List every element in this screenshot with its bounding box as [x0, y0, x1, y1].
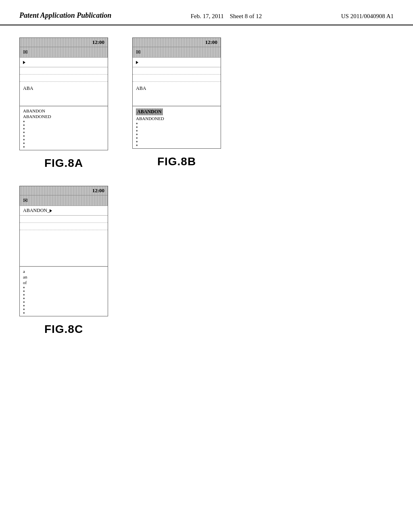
suggestion-dot-8b-3: [136, 129, 217, 132]
suggestion-dot-8c-4: [23, 296, 104, 300]
dotted-row-8c-2: [20, 223, 108, 230]
notif-bar-8b: ✉: [133, 47, 221, 58]
body-area-8c: [20, 230, 108, 266]
publication-title: Patent Application Publication: [19, 11, 111, 20]
figures-row-bottom: 12:00 ✉ ABANDON_ a an: [19, 186, 394, 336]
notif-bar-8a: ✉: [20, 47, 108, 58]
mail-icon-8b: ✉: [136, 49, 141, 56]
suggestion-a-8c: a: [23, 268, 104, 274]
suggestion-dot-8b-1: [136, 121, 217, 125]
suggestion-dot-8a-5: [23, 134, 104, 137]
suggestion-dot-8b-7: [136, 143, 217, 147]
sheet-info: Sheet 8 of 12: [230, 13, 262, 19]
suggestion-abandon-8b: ABANDON: [136, 108, 217, 116]
dotted-row-8b-2: [133, 75, 221, 82]
suggestion-dot-8b-4: [136, 132, 217, 136]
suggestion-abandon-8a: ABANDON: [23, 108, 104, 114]
body-area-8b: ABA: [133, 82, 221, 106]
suggestion-abandoned-8b: ABANDONED: [136, 116, 217, 121]
suggestion-dot-8b-2: [136, 125, 217, 129]
suggestions-8a: ABANDON ABANDONED: [20, 106, 108, 150]
suggestion-dot-8c-6: [23, 303, 104, 307]
suggestion-abandoned-8a: ABANDONED: [23, 114, 104, 119]
suggestions-8b: ABANDON ABANDONED: [133, 106, 221, 148]
suggestion-dot-8a-1: [23, 119, 104, 123]
status-bar-8b: 12:00: [133, 38, 221, 47]
status-bar-8c: 12:00: [20, 186, 108, 195]
suggestion-dot-8c-3: [23, 293, 104, 296]
input-row-8c: ABANDON_: [20, 206, 108, 216]
patent-number: US 2011/0040908 A1: [341, 11, 394, 20]
suggestion-dot-8b-6: [136, 139, 217, 143]
suggestion-dot-8c-2: [23, 289, 104, 293]
suggestion-dot-8b-5: [136, 136, 217, 139]
input-row-8a: [20, 58, 108, 67]
highlighted-abandon: ABANDON: [136, 108, 163, 115]
body-text-8a: ABA: [23, 85, 33, 91]
suggestion-dot-8c-1: [23, 285, 104, 289]
time-8b: 12:00: [205, 39, 217, 45]
time-8c: 12:00: [92, 187, 104, 193]
figure-label-8a: FIG.8A: [44, 157, 83, 170]
input-row-8b: [133, 58, 221, 67]
publication-date: Feb. 17, 2011: [191, 13, 224, 19]
dotted-row-8a-1: [20, 67, 108, 75]
mail-icon-8a: ✉: [23, 49, 28, 56]
suggestion-dot-8a-7: [23, 141, 104, 145]
input-text-8c: ABANDON_: [23, 208, 104, 214]
figures-row-top: 12:00 ✉ ABA ABANDON: [19, 37, 394, 170]
figure-8a-container: 12:00 ✉ ABA ABANDON: [19, 37, 108, 170]
body-text-8b: ABA: [136, 85, 146, 91]
suggestion-of-8c: of: [23, 280, 104, 285]
suggestion-dot-8a-4: [23, 130, 104, 134]
dotted-row-8b-1: [133, 67, 221, 75]
dotted-row-8c-1: [20, 216, 108, 223]
main-content: 12:00 ✉ ABA ABANDON: [0, 25, 413, 348]
phone-mockup-8a: 12:00 ✉ ABA ABANDON: [19, 37, 108, 150]
time-8a: 12:00: [92, 39, 104, 45]
back-icon-8a: [23, 61, 25, 64]
status-bar-8a: 12:00: [20, 38, 108, 47]
figure-8b-container: 12:00 ✉ ABA: [132, 37, 221, 168]
figure-8c-container: 12:00 ✉ ABANDON_ a an: [19, 186, 108, 336]
figure-label-8b: FIG.8B: [157, 155, 196, 168]
suggestion-dot-8c-5: [23, 300, 104, 303]
suggestion-dot-8a-8: [23, 145, 104, 148]
suggestion-dot-8a-3: [23, 127, 104, 130]
dotted-row-8a-2: [20, 75, 108, 82]
suggestion-dot-8c-8: [23, 311, 104, 314]
publication-date-sheet: Feb. 17, 2011 Sheet 8 of 12: [191, 11, 262, 20]
phone-mockup-8b: 12:00 ✉ ABA: [132, 37, 221, 149]
suggestions-8c: a an of: [20, 266, 108, 316]
suggestion-dot-8c-7: [23, 307, 104, 311]
back-icon-8b: [136, 61, 138, 64]
phone-mockup-8c: 12:00 ✉ ABANDON_ a an: [19, 186, 108, 316]
suggestion-dot-8a-6: [23, 137, 104, 141]
notif-bar-8c: ✉: [20, 195, 108, 206]
figure-label-8c: FIG.8C: [44, 323, 83, 336]
suggestion-dot-8a-2: [23, 123, 104, 127]
body-area-8a: ABA: [20, 82, 108, 106]
mail-icon-8c: ✉: [23, 197, 28, 204]
page-header: Patent Application Publication Feb. 17, …: [0, 0, 413, 25]
suggestion-an-8c: an: [23, 274, 104, 280]
